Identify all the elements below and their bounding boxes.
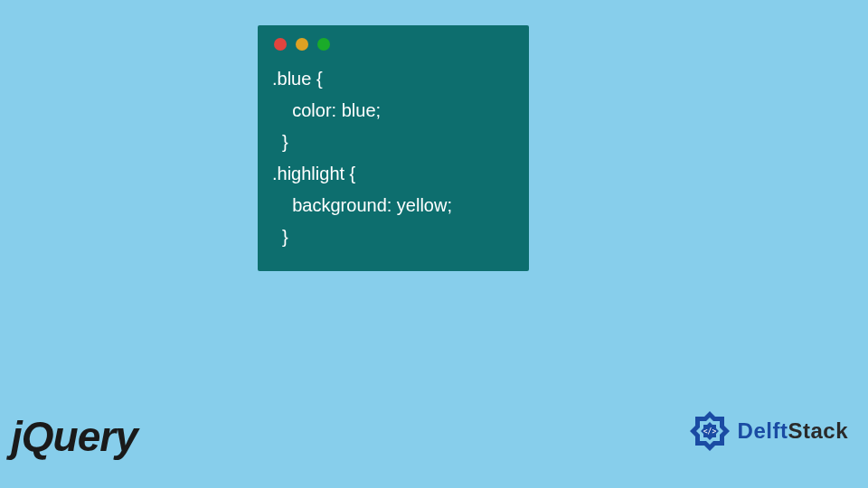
code-line: .blue {: [272, 69, 323, 89]
code-line: color: blue;: [272, 100, 381, 120]
code-line: background: yellow;: [272, 195, 452, 215]
code-window: .blue { color: blue; } .highlight { back…: [258, 25, 529, 271]
delftstack-icon: </>: [687, 408, 732, 454]
code-line: .highlight {: [272, 164, 355, 183]
code-line: }: [272, 132, 288, 152]
code-line: }: [272, 227, 288, 247]
maximize-icon: [317, 38, 330, 51]
delftstack-text-delft: Delft: [738, 418, 788, 443]
close-icon: [274, 38, 287, 51]
code-content: .blue { color: blue; } .highlight { back…: [272, 63, 514, 253]
jquery-logo-text: jQuery: [11, 413, 137, 460]
delftstack-text: DelftStack: [738, 418, 848, 444]
minimize-icon: [296, 38, 308, 51]
jquery-logo: jQuery: [11, 412, 137, 461]
delftstack-text-stack: Stack: [788, 418, 848, 443]
svg-text:</>: </>: [703, 427, 716, 436]
window-controls: [272, 38, 514, 51]
delftstack-logo: </> DelftStack: [687, 408, 848, 454]
